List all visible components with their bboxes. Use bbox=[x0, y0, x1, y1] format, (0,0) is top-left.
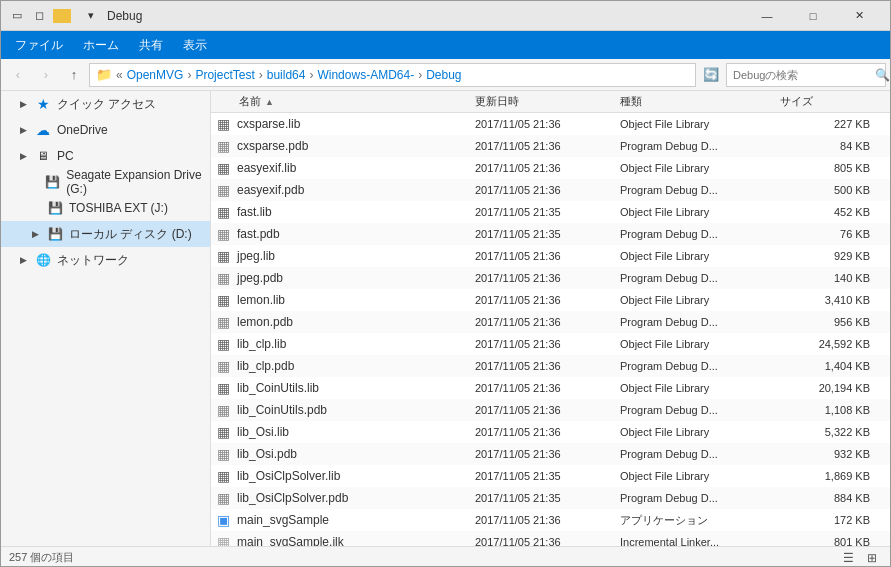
file-cell-date-0: 2017/11/05 21:36 bbox=[475, 118, 620, 130]
expand-arrow: ▶ bbox=[17, 99, 29, 109]
menu-item-0[interactable]: ファイル bbox=[5, 33, 73, 58]
table-row[interactable]: ▦ lib_CoinUtils.lib 2017/11/05 21:36 Obj… bbox=[211, 377, 890, 399]
file-cell-name-18: ▣ main_svgSample bbox=[215, 512, 475, 528]
table-row[interactable]: ▦ lib_Osi.pdb 2017/11/05 21:36 Program D… bbox=[211, 443, 890, 465]
back-button[interactable]: ‹ bbox=[5, 63, 31, 87]
window-controls: — □ ✕ bbox=[744, 1, 882, 31]
menu-item-1[interactable]: ホーム bbox=[73, 33, 129, 58]
breadcrumb-projecttest[interactable]: ProjectTest bbox=[195, 68, 254, 82]
table-row[interactable]: ▦ lemon.pdb 2017/11/05 21:36 Program Deb… bbox=[211, 311, 890, 333]
minimize-button[interactable]: — bbox=[744, 1, 790, 31]
file-name-2: easyexif.lib bbox=[237, 161, 296, 175]
sidebar-label-toshiba: TOSHIBA EXT (J:) bbox=[69, 201, 168, 215]
view-detail-button[interactable]: ☰ bbox=[838, 549, 858, 567]
file-cell-name-11: ▦ lib_clp.pdb bbox=[215, 358, 475, 374]
file-cell-date-7: 2017/11/05 21:36 bbox=[475, 272, 620, 284]
table-row[interactable]: ▦ easyexif.pdb 2017/11/05 21:36 Program … bbox=[211, 179, 890, 201]
file-cell-type-10: Object File Library bbox=[620, 338, 780, 350]
sidebar-item-local-d[interactable]: ▶ 💾 ローカル ディスク (D:) bbox=[1, 221, 210, 247]
file-name-18: main_svgSample bbox=[237, 513, 329, 527]
file-cell-name-1: ▦ cxsparse.pdb bbox=[215, 138, 475, 154]
breadcrumb-debug[interactable]: Debug bbox=[426, 68, 461, 82]
col-header-type[interactable]: 種類 bbox=[620, 94, 780, 109]
file-cell-date-5: 2017/11/05 21:35 bbox=[475, 228, 620, 240]
file-cell-name-15: ▦ lib_Osi.pdb bbox=[215, 446, 475, 462]
breadcrumb-openmvg[interactable]: OpenMVG bbox=[127, 68, 184, 82]
file-cell-type-13: Program Debug D... bbox=[620, 404, 780, 416]
view-tile-button[interactable]: ⊞ bbox=[862, 549, 882, 567]
table-row[interactable]: ▣ main_svgSample 2017/11/05 21:36 アプリケーシ… bbox=[211, 509, 890, 531]
file-cell-date-19: 2017/11/05 21:36 bbox=[475, 536, 620, 546]
sort-arrow-name: ▲ bbox=[265, 97, 274, 107]
file-icon-11: ▦ bbox=[215, 358, 231, 374]
col-header-size[interactable]: サイズ bbox=[780, 94, 870, 109]
sidebar-item-toshiba[interactable]: 💾 TOSHIBA EXT (J:) bbox=[1, 195, 210, 221]
file-name-5: fast.pdb bbox=[237, 227, 280, 241]
file-cell-size-10: 24,592 KB bbox=[780, 338, 870, 350]
dropdown-arrow: ▾ bbox=[83, 8, 99, 24]
file-cell-size-11: 1,404 KB bbox=[780, 360, 870, 372]
table-row[interactable]: ▦ fast.pdb 2017/11/05 21:35 Program Debu… bbox=[211, 223, 890, 245]
expand-arrow-network: ▶ bbox=[17, 255, 29, 265]
table-row[interactable]: ▦ lib_clp.lib 2017/11/05 21:36 Object Fi… bbox=[211, 333, 890, 355]
table-row[interactable]: ▦ main_svgSample.ilk 2017/11/05 21:36 In… bbox=[211, 531, 890, 546]
file-cell-name-5: ▦ fast.pdb bbox=[215, 226, 475, 242]
file-cell-size-9: 956 KB bbox=[780, 316, 870, 328]
breadcrumb-arrow-3: › bbox=[309, 68, 313, 82]
close-button[interactable]: ✕ bbox=[836, 1, 882, 31]
hdd-toshiba-icon: 💾 bbox=[47, 201, 63, 215]
file-cell-date-15: 2017/11/05 21:36 bbox=[475, 448, 620, 460]
file-list-container: 名前 ▲ 更新日時 種類 サイズ ▦ cxsparse.lib 2017/11/… bbox=[211, 91, 890, 546]
table-row[interactable]: ▦ lib_Osi.lib 2017/11/05 21:36 Object Fi… bbox=[211, 421, 890, 443]
sidebar-item-network[interactable]: ▶ 🌐 ネットワーク bbox=[1, 247, 210, 273]
file-icon-15: ▦ bbox=[215, 446, 231, 462]
maximize-button[interactable]: □ bbox=[790, 1, 836, 31]
breadcrumb-windows[interactable]: Windows-AMD64- bbox=[317, 68, 414, 82]
menu-item-2[interactable]: 共有 bbox=[129, 33, 173, 58]
table-row[interactable]: ▦ fast.lib 2017/11/05 21:35 Object File … bbox=[211, 201, 890, 223]
file-cell-type-0: Object File Library bbox=[620, 118, 780, 130]
table-row[interactable]: ▦ lib_clp.pdb 2017/11/05 21:36 Program D… bbox=[211, 355, 890, 377]
breadcrumb-sep-0: « bbox=[116, 68, 123, 82]
file-cell-date-13: 2017/11/05 21:36 bbox=[475, 404, 620, 416]
file-cell-size-17: 884 KB bbox=[780, 492, 870, 504]
file-cell-type-17: Program Debug D... bbox=[620, 492, 780, 504]
table-row[interactable]: ▦ easyexif.lib 2017/11/05 21:36 Object F… bbox=[211, 157, 890, 179]
file-cell-date-8: 2017/11/05 21:36 bbox=[475, 294, 620, 306]
sidebar-item-onedrive[interactable]: ▶ ☁ OneDrive bbox=[1, 117, 210, 143]
search-input[interactable] bbox=[733, 69, 871, 81]
breadcrumb-arrow-2: › bbox=[259, 68, 263, 82]
menu-item-3[interactable]: 表示 bbox=[173, 33, 217, 58]
refresh-button[interactable]: 🔄 bbox=[698, 63, 724, 87]
pc-icon: 🖥 bbox=[35, 149, 51, 163]
file-cell-name-6: ▦ jpeg.lib bbox=[215, 248, 475, 264]
sidebar-item-quick-access[interactable]: ▶ ★ クイック アクセス bbox=[1, 91, 210, 117]
file-cell-size-3: 500 KB bbox=[780, 184, 870, 196]
file-cell-size-12: 20,194 KB bbox=[780, 382, 870, 394]
col-header-date[interactable]: 更新日時 bbox=[475, 94, 620, 109]
file-cell-name-3: ▦ easyexif.pdb bbox=[215, 182, 475, 198]
file-name-16: lib_OsiClpSolver.lib bbox=[237, 469, 340, 483]
col-header-name[interactable]: 名前 ▲ bbox=[215, 94, 475, 109]
table-row[interactable]: ▦ lib_OsiClpSolver.lib 2017/11/05 21:35 … bbox=[211, 465, 890, 487]
window-title: Debug bbox=[107, 9, 744, 23]
file-name-10: lib_clp.lib bbox=[237, 337, 286, 351]
file-cell-name-9: ▦ lemon.pdb bbox=[215, 314, 475, 330]
sidebar-item-seagate[interactable]: 💾 Seagate Expansion Drive (G:) bbox=[1, 169, 210, 195]
table-row[interactable]: ▦ jpeg.pdb 2017/11/05 21:36 Program Debu… bbox=[211, 267, 890, 289]
table-row[interactable]: ▦ lib_OsiClpSolver.pdb 2017/11/05 21:35 … bbox=[211, 487, 890, 509]
status-bar: 257 個の項目 ☰ ⊞ bbox=[1, 546, 890, 567]
file-name-4: fast.lib bbox=[237, 205, 272, 219]
breadcrumb-build64[interactable]: build64 bbox=[267, 68, 306, 82]
file-icon-14: ▦ bbox=[215, 424, 231, 440]
table-row[interactable]: ▦ lemon.lib 2017/11/05 21:36 Object File… bbox=[211, 289, 890, 311]
up-button[interactable]: ↑ bbox=[61, 63, 87, 87]
table-row[interactable]: ▦ jpeg.lib 2017/11/05 21:36 Object File … bbox=[211, 245, 890, 267]
table-row[interactable]: ▦ lib_CoinUtils.pdb 2017/11/05 21:36 Pro… bbox=[211, 399, 890, 421]
forward-button[interactable]: › bbox=[33, 63, 59, 87]
sidebar-item-pc[interactable]: ▶ 🖥 PC bbox=[1, 143, 210, 169]
table-row[interactable]: ▦ cxsparse.pdb 2017/11/05 21:36 Program … bbox=[211, 135, 890, 157]
table-row[interactable]: ▦ cxsparse.lib 2017/11/05 21:36 Object F… bbox=[211, 113, 890, 135]
cloud-icon: ☁ bbox=[35, 122, 51, 138]
search-bar[interactable]: 🔍 bbox=[726, 63, 886, 87]
